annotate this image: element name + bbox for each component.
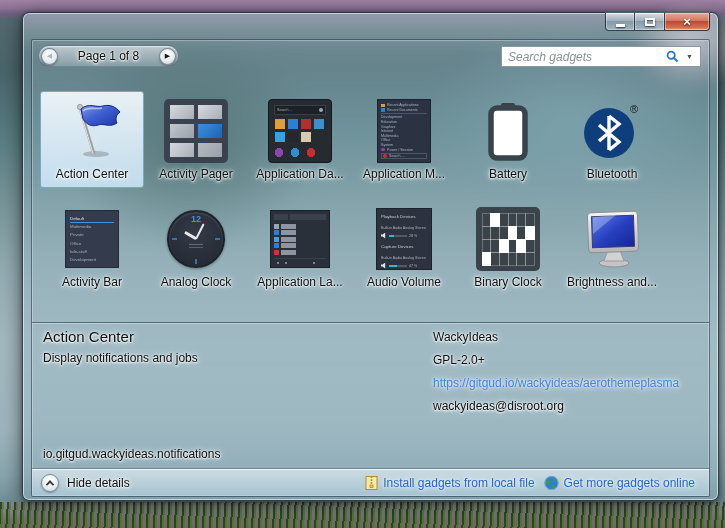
pager-cells [170, 105, 222, 157]
launcher-header [274, 214, 326, 220]
install-local-link[interactable]: Install gadgets from local file [365, 475, 534, 490]
gear-icon [319, 108, 323, 112]
arrow-right-icon: ▶ [165, 52, 170, 60]
menu-item: Office [381, 139, 390, 143]
details-description: Display notifications and jobs [43, 351, 198, 365]
binary-cell [525, 252, 535, 266]
details-license: GPL-2.0+ [433, 353, 679, 367]
close-button[interactable]: × [665, 12, 710, 31]
arrow-left-icon: ◀ [47, 52, 52, 60]
menu-item: Recent Documents [387, 108, 418, 112]
clock-tick [195, 259, 197, 264]
menu-item: Development [381, 116, 402, 120]
clock-tick [172, 238, 177, 240]
page-indicator: Page 1 of 8 [78, 49, 139, 63]
gadget-label: Brightness and... [567, 275, 657, 289]
search-dot-icon [383, 154, 387, 158]
menu-item: Recent Applications [387, 103, 419, 107]
launcher-row [302, 230, 327, 235]
capture-header: Capture Devices [381, 245, 406, 249]
close-icon: × [683, 13, 691, 30]
dashboard-app-icons [274, 119, 326, 143]
gadget-battery[interactable]: Battery [456, 91, 560, 188]
install-local-label: Install gadgets from local file [383, 476, 534, 490]
hide-details-label: Hide details [67, 476, 130, 490]
device-name: Built-in Audio Analog Stereo [381, 256, 402, 260]
battery-icon [476, 99, 540, 163]
wallpaper-grass [0, 502, 725, 528]
activity-item: Private [70, 233, 84, 237]
dashboard-search-text: Search ... [277, 108, 292, 112]
menu-item: System [381, 143, 393, 147]
gadget-audio-volume[interactable]: Playback Devices Built-in Audio Analog S… [352, 199, 456, 296]
volume-slider [389, 235, 407, 237]
gadget-label: Activity Pager [159, 167, 232, 181]
activity-bar-icon: Default Multimedia Private Office kde-st… [60, 207, 124, 271]
volume-percent: 47 % [409, 264, 417, 268]
clock-numeral: 12 [191, 214, 201, 224]
gadget-label: Activity Bar [62, 275, 122, 289]
search-tools: ▼ [662, 50, 700, 63]
gadget-label: Application M... [363, 167, 445, 181]
get-more-online-link[interactable]: Get more gadgets online [544, 475, 695, 490]
launcher-row [302, 224, 327, 229]
details-title: Action Center [43, 328, 134, 345]
previous-page-button[interactable]: ◀ [41, 48, 58, 65]
menu-search-text: Search ... [389, 154, 404, 158]
gadget-activity-bar[interactable]: Default Multimedia Private Office kde-st… [40, 199, 144, 296]
gadget-label: Bluetooth [587, 167, 638, 181]
registered-trademark: ® [630, 103, 638, 115]
binary-clock-grid [476, 207, 540, 271]
binary-cell [525, 226, 535, 240]
bluetooth-icon: ® [580, 99, 644, 163]
launcher-row [274, 237, 299, 242]
minute-hand [195, 223, 204, 239]
gadget-application-dashboard[interactable]: Search ... Application Da... [248, 91, 352, 188]
folder-icon [381, 104, 385, 108]
gadget-binary-clock[interactable]: Binary Clock [456, 199, 560, 296]
power-icon [381, 148, 385, 152]
binary-cell [525, 213, 535, 227]
launcher-row [302, 237, 327, 242]
launcher-row [302, 250, 327, 255]
activity-item: kde-stuff [70, 250, 87, 254]
gadget-analog-clock[interactable]: 12 Analog Clock [144, 199, 248, 296]
hide-details-button[interactable]: Hide details [41, 474, 130, 492]
activity-pager-icon [164, 99, 228, 163]
microphone-icon [381, 263, 387, 269]
details-meta: WackyIdeas GPL-2.0+ https://gitgud.io/wa… [433, 330, 679, 413]
get-more-online-label: Get more gadgets online [564, 476, 695, 490]
maximize-icon [645, 18, 655, 26]
gadget-brightness[interactable]: Brightness and... [560, 199, 664, 296]
minimize-icon [616, 24, 625, 27]
gadget-label: Battery [489, 167, 527, 181]
details-plugin-id: io.gitgud.wackyideas.notifications [43, 447, 220, 461]
gadget-action-center[interactable]: Action Center [40, 91, 144, 188]
action-center-flag-icon [60, 99, 124, 163]
gadget-bluetooth[interactable]: ® Bluetooth [560, 91, 664, 188]
monitor-icon [580, 207, 644, 271]
collapse-button[interactable] [41, 474, 59, 492]
dashboard-search-bar: Search ... [274, 105, 326, 115]
next-page-button[interactable]: ▶ [159, 48, 176, 65]
gadget-gallery-window: × ◀ Page 1 of 8 ▶ ▼ [22, 12, 719, 501]
search-dropdown-icon[interactable]: ▼ [686, 53, 693, 60]
details-author: WackyIdeas [433, 330, 679, 344]
search-icon [666, 50, 679, 63]
search-input[interactable] [502, 50, 662, 64]
footer-links: Install gadgets from local file Get more… [365, 475, 695, 490]
gadget-application-launcher[interactable]: Application La... [248, 199, 352, 296]
maximize-button[interactable] [635, 12, 665, 31]
minimize-button[interactable] [605, 12, 635, 31]
launcher-row [274, 243, 299, 248]
gadget-label: Binary Clock [474, 275, 541, 289]
gadget-application-menu[interactable]: Recent Applications Recent Documents Dev… [352, 91, 456, 188]
clock-tick [215, 238, 220, 240]
application-launcher-icon [268, 207, 332, 271]
gadget-activity-pager[interactable]: Activity Pager [144, 91, 248, 188]
analog-clock-icon: 12 [164, 207, 228, 271]
activity-item: Office [70, 241, 81, 245]
volume-slider [389, 265, 407, 267]
binary-clock-icon [476, 207, 540, 271]
details-website-link[interactable]: https://gitgud.io/wackyideas/aerothemepl… [433, 376, 679, 390]
